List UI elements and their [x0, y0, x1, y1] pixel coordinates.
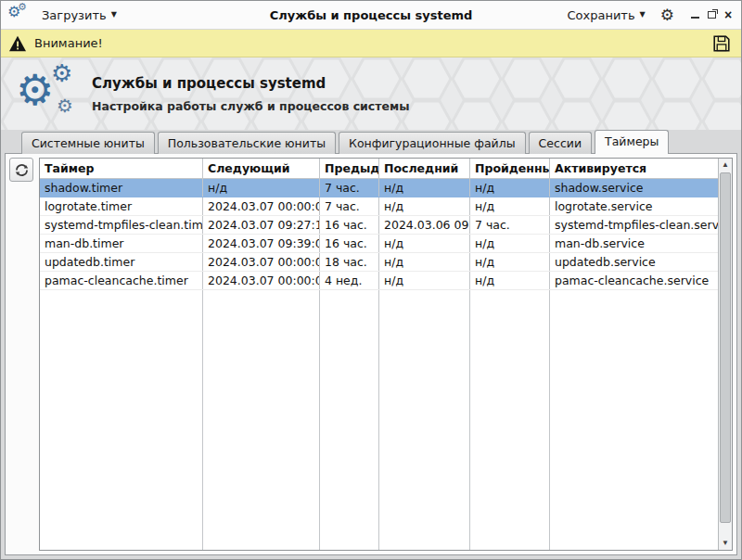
tab-system-units[interactable]: Системные юниты: [21, 132, 155, 154]
maximize-button[interactable]: [704, 7, 719, 22]
cell-passed: н/д: [470, 197, 550, 215]
gear-icon: ⚙: [16, 69, 54, 111]
empty-column: [470, 290, 550, 550]
tab-user-units[interactable]: Пользовательские юниты: [158, 132, 336, 154]
minimize-icon: [691, 17, 699, 19]
cell-passed: н/д: [470, 253, 550, 271]
empty-column: [320, 290, 379, 550]
app-logo-gears-icon: ⚙ ⚙ ⚙: [14, 63, 86, 124]
maximize-icon: [708, 11, 716, 19]
titlebar-left: ⚙ ⚙ Загрузить ▼: [8, 5, 122, 26]
table-toolbar: [9, 158, 35, 551]
titlebar-right: Сохранить ▼ ⚙ ×: [561, 5, 736, 26]
warning-label: Внимание!: [34, 36, 103, 50]
chevron-down-icon: ▼: [640, 11, 646, 19]
table-row[interactable]: logrotate.timer 2024.03.07 00:00:0 7 час…: [40, 197, 718, 216]
cell-last: н/д: [379, 253, 470, 271]
tab-config-files[interactable]: Конфигурационные файлы: [339, 132, 526, 154]
warning-icon: [8, 35, 27, 52]
cell-next: 2024.03.07 00:00:0: [203, 197, 320, 215]
cell-previous: 18 час.: [320, 253, 379, 271]
page-subtitle: Настройка работы служб и процессов систе…: [92, 99, 409, 113]
column-header-last[interactable]: Последний: [379, 159, 470, 179]
save-dropdown-button[interactable]: Сохранить ▼: [561, 5, 650, 26]
tab-timers[interactable]: Таймеры: [595, 130, 669, 154]
page-header: ⚙ ⚙ ⚙ Службы и процессы systemd Настройк…: [1, 57, 741, 130]
cell-last: н/д: [379, 179, 470, 197]
cell-next: 2024.03.07 00:00:0: [203, 253, 320, 271]
cell-passed: н/д: [470, 235, 550, 252]
cell-timer: systemd-tmpfiles-clean.timer: [40, 216, 203, 234]
cell-timer: man-db.timer: [40, 235, 203, 252]
cell-last: н/д: [379, 197, 470, 215]
close-button[interactable]: ×: [721, 7, 736, 22]
cell-timer: pamac-cleancache.timer: [40, 272, 203, 289]
column-header-activates[interactable]: Активируется: [550, 159, 718, 179]
column-header-next[interactable]: Следующий: [203, 159, 320, 179]
table-row[interactable]: updatedb.timer 2024.03.07 00:00:0 18 час…: [40, 253, 718, 272]
cell-activates: shadow.service: [550, 179, 718, 197]
timers-tab-content: Таймер Следующий Предыдущ Последний Прой…: [5, 153, 737, 555]
gear-icon: ⚙: [57, 96, 73, 115]
timers-table: Таймер Следующий Предыдущ Последний Прой…: [39, 158, 733, 551]
table-row[interactable]: shadow.timer н/д 7 час. н/д н/д shadow.s…: [40, 179, 718, 197]
scroll-down-button[interactable]: ▼: [719, 537, 732, 550]
close-icon: ×: [724, 8, 732, 21]
refresh-button[interactable]: [9, 158, 33, 182]
cell-last: 2024.03.06 09:2: [379, 216, 470, 234]
floppy-disk-icon: [711, 33, 732, 54]
vertical-scrollbar[interactable]: ▲ ▼: [718, 159, 732, 550]
load-dropdown-button[interactable]: Загрузить ▼: [36, 5, 122, 26]
cell-activates: pamac-cleancache.service: [550, 272, 718, 289]
column-header-timer[interactable]: Таймер: [40, 159, 203, 179]
table-row[interactable]: man-db.timer 2024.03.07 09:39:0 16 час. …: [40, 235, 718, 253]
cell-passed: н/д: [470, 179, 550, 197]
gear-icon: ⚙: [18, 2, 27, 12]
refresh-icon: [14, 162, 30, 178]
app-window: ⚙ ⚙ Загрузить ▼ Службы и процессы system…: [0, 0, 742, 560]
warning-bar: Внимание!: [1, 30, 741, 57]
minimize-button[interactable]: [687, 7, 702, 22]
cell-activates: logrotate.service: [550, 197, 718, 215]
settings-gear-button[interactable]: ⚙: [657, 6, 678, 25]
cell-previous: 4 нед.: [320, 272, 379, 289]
cell-passed: н/д: [470, 272, 550, 289]
table-row[interactable]: pamac-cleancache.timer 2024.03.07 00:00:…: [40, 272, 718, 290]
cell-next: 2024.03.07 00:00:0: [203, 272, 320, 289]
cell-timer: updatedb.timer: [40, 253, 203, 271]
app-gears-icon: ⚙ ⚙: [8, 5, 29, 25]
tab-bar: Системные юниты Пользовательские юниты К…: [1, 130, 741, 154]
column-header-previous[interactable]: Предыдущ: [320, 159, 379, 179]
table-row[interactable]: systemd-tmpfiles-clean.timer 2024.03.07 …: [40, 216, 718, 235]
cell-timer: logrotate.timer: [40, 197, 203, 215]
empty-column: [203, 290, 320, 550]
cell-next: н/д: [203, 179, 320, 197]
cell-previous: 16 час.: [320, 235, 379, 252]
arrow-down-icon: ▼: [722, 539, 729, 547]
gear-icon: ⚙: [51, 61, 72, 85]
gear-icon: ⚙: [660, 6, 674, 24]
empty-column: [40, 290, 203, 550]
scrollbar-track[interactable]: [719, 172, 732, 537]
cell-previous: 16 час.: [320, 216, 379, 234]
chevron-down-icon: ▼: [111, 11, 117, 19]
save-button-label: Сохранить: [567, 8, 634, 22]
table-empty-area: [40, 290, 718, 550]
titlebar: ⚙ ⚙ Загрузить ▼ Службы и процессы system…: [1, 1, 741, 30]
save-file-button[interactable]: [710, 32, 734, 56]
page-title: Службы и процессы systemd: [92, 75, 409, 92]
cell-next: 2024.03.07 09:39:0: [203, 235, 320, 252]
cell-activates: systemd-tmpfiles-clean.service: [550, 216, 718, 234]
cell-previous: 7 час.: [320, 197, 379, 215]
tab-sessions[interactable]: Сессии: [529, 132, 592, 154]
scrollbar-thumb[interactable]: [720, 172, 731, 523]
cell-previous: 7 час.: [320, 179, 379, 197]
cell-activates: man-db.service: [550, 235, 718, 252]
cell-timer: shadow.timer: [40, 179, 203, 197]
column-header-passed[interactable]: Пройденный: [470, 159, 550, 179]
scroll-up-button[interactable]: ▲: [719, 159, 732, 172]
cell-last: н/д: [379, 272, 470, 289]
cell-next: 2024.03.07 09:27:19: [203, 216, 320, 234]
window-controls: ×: [687, 7, 736, 22]
table-header-row: Таймер Следующий Предыдущ Последний Прой…: [40, 159, 718, 179]
